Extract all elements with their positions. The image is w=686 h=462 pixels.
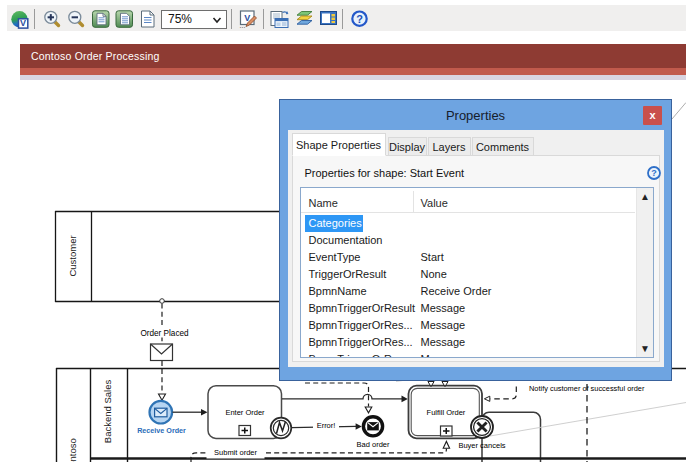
svg-text:Enter Order: Enter Order — [225, 408, 265, 417]
svg-text:Bad order: Bad order — [357, 440, 390, 449]
svg-text:Submit order: Submit order — [214, 448, 257, 457]
svg-text:?: ? — [651, 168, 657, 178]
svg-text:Customer: Customer — [67, 235, 78, 276]
svg-text:Order Placed: Order Placed — [140, 329, 189, 338]
svg-text:Fulfill Order: Fulfill Order — [427, 408, 466, 417]
svg-text:Error!: Error! — [317, 421, 336, 430]
svg-text:Receive Order: Receive Order — [137, 426, 186, 435]
svg-text:Contoso: Contoso — [67, 438, 78, 462]
svg-text:Buyer cancels: Buyer cancels — [458, 441, 505, 450]
svg-text:Backend Sales: Backend Sales — [102, 380, 113, 444]
